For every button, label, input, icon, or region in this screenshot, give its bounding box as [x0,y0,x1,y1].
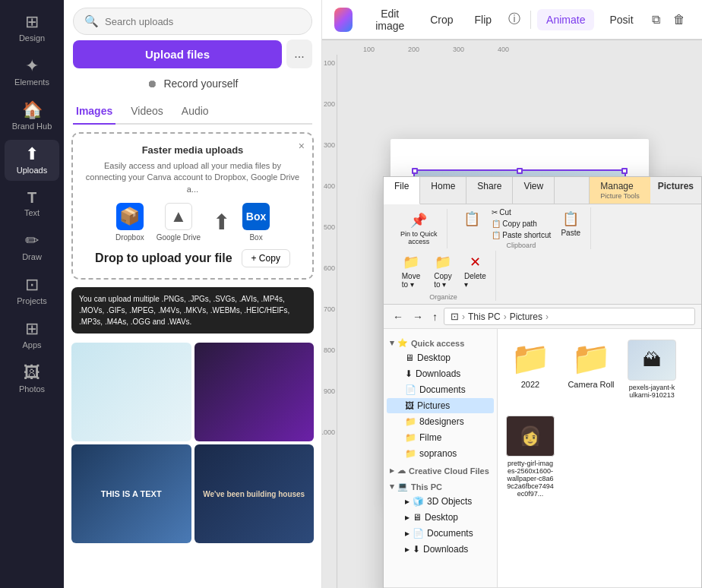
tree-pictures[interactable]: 🖼 Pictures [387,398,494,413]
fe-ribbon-pin-row: 📌 Pin to Quickaccess [396,209,442,248]
delete-ribbon-btn[interactable]: ✕ Delete▾ [460,251,491,292]
position-button[interactable]: Posit [600,9,642,30]
banner-description: Easily access and upload all your media … [84,160,302,195]
paste-shortcut-btn[interactable]: 📋 Paste shortcut [489,230,555,240]
fe-tab-manage[interactable]: Manage Picture Tools [589,177,650,204]
canvas-area: Edit image Crop Flip ⓘ Animate Posit ⧉ 🗑… [322,0,702,588]
fe-body: ▾ ⭐ Quick access 🖥 Desktop ⬇ Do [384,329,701,587]
copy-ribbon-btn[interactable]: 📋 Home [457,207,487,240]
sidebar-item-label: Brand Hub [12,122,52,131]
3dobjects-icon: 🧊 [413,496,424,507]
pin-quick-access-btn[interactable]: 📌 Pin to Quickaccess [396,209,442,248]
copy-to-label: Copyto ▾ [434,272,451,289]
tab-images[interactable]: Images [73,99,115,125]
fe-tab-home[interactable]: Home [420,177,466,204]
file-pexels[interactable]: 🏔 pexels-jayant-kulkarni-910213 [625,335,678,403]
sidebar-item-photos[interactable]: 🖼 Photos [5,359,59,400]
dropbox-service[interactable]: 📦 Dropbox [115,203,144,242]
animate-button[interactable]: Animate [537,9,594,30]
sidebar-item-label: Draw [22,252,42,261]
path-segment-1: ⊡ [451,311,459,322]
tree-desktop[interactable]: 🖥 Desktop [387,350,494,365]
handle-tr[interactable] [621,168,628,174]
fe-tab-view[interactable]: View [513,177,555,204]
tree-documents[interactable]: 📄 Documents [387,382,494,397]
close-banner-button[interactable]: × [299,140,305,152]
sidebar-item-draw[interactable]: ✏ Draw [5,226,59,267]
record-yourself-btn[interactable]: ⏺ Record yourself [73,74,312,93]
cut-btn[interactable]: ✂ Cut [489,207,555,217]
pc-label: This PC [411,482,442,492]
documents-icon: 📄 [405,384,416,395]
sidebar-item-design[interactable]: ⊞ Design [5,8,59,49]
sidebar-item-elements[interactable]: ✦ Elements [5,52,59,93]
downloads2-icon: ⬇ [413,544,420,555]
design-icon: ⊞ [25,14,39,30]
sidebar-item-label: Projects [17,296,47,305]
fe-tab-share[interactable]: Share [466,177,513,204]
canvas-background[interactable]: 🏔 ‹ File Home [337,55,702,588]
fe-ribbon-group-organize: 📁 Moveto ▾ 📁 Copyto ▾ ✕ Delete▾ [391,251,496,301]
copy-path-btn[interactable]: 📋 Copy path [489,219,555,229]
tab-audio[interactable]: Audio [179,99,212,125]
thumbnail-2[interactable] [194,343,315,441]
edit-image-button[interactable]: Edit image [362,3,418,36]
move-to-btn[interactable]: 📁 Moveto ▾ [396,251,426,292]
file-portrait[interactable]: 👩 pretty-girl-images-2560x1600-wallpaper… [504,411,557,502]
thumbnail-3[interactable]: THIS IS A TEXT [71,444,191,543]
thumbnail-4[interactable]: We've been building houses [194,444,315,543]
forward-btn[interactable]: → [410,309,426,324]
tree-documents2[interactable]: ▸ 📄 Documents [387,526,494,541]
info-button[interactable]: ⓘ [504,6,524,33]
tree-desktop2[interactable]: ▸ 🖥 Desktop [387,510,494,525]
gdrive-service[interactable]: ▲ Google Drive [157,203,201,242]
quick-access-section[interactable]: ▾ ⭐ Quick access [384,337,497,349]
tab-videos[interactable]: Videos [128,99,166,125]
fe-tab-file[interactable]: File [384,177,420,204]
folder-2022[interactable]: 📁 2022 [504,335,557,403]
search-bar[interactable]: 🔍 [73,8,312,35]
projects-icon: ⊡ [25,277,39,293]
copy-button[interactable]: + Copy [242,249,290,267]
upload-files-button[interactable]: Upload files [73,40,282,68]
sidebar-item-text[interactable]: T Text [5,184,59,223]
flip-button[interactable]: Flip [466,9,501,30]
handle-tm[interactable] [517,168,523,174]
crop-button[interactable]: Crop [421,9,462,30]
tree-sopranos[interactable]: 📁 sopranos [387,446,494,461]
sidebar-item-apps[interactable]: ⊞ Apps [5,315,59,356]
cloud-files-section[interactable]: ▸ ☁ Creative Cloud Files [384,464,497,477]
box-service[interactable]: Box Box [242,203,270,242]
3dobjects-expand: ▸ [405,496,410,507]
file-portrait-thumb: 👩 [506,416,555,457]
copy-toolbar-button[interactable]: ⧉ [646,6,666,33]
tree-filme[interactable]: 📁 Filme [387,430,494,445]
tree-8designers[interactable]: 📁 8designers [387,414,494,429]
delete-button[interactable]: 🗑 [669,6,690,33]
file-explorer: File Home Share View Manage Picture Tool… [383,176,702,588]
thumbnail-1[interactable] [71,343,191,441]
tree-downloads2[interactable]: ▸ ⬇ Downloads [387,542,494,557]
this-pc-section[interactable]: ▾ 💻 This PC [384,480,497,493]
cloud-label: Creative Cloud Files [409,466,489,476]
sidebar-item-uploads[interactable]: ⬆ Uploads [5,140,59,181]
folder-camera-roll[interactable]: 📁 Camera Roll [564,335,618,403]
tree-3dobjects[interactable]: ▸ 🧊 3D Objects [387,494,494,509]
up-btn[interactable]: ↑ [429,309,441,324]
paste-label: Paste [561,229,580,237]
quick-access-expand: ▾ [390,338,394,348]
search-input[interactable] [105,16,301,27]
path-pictures: Pictures [510,311,542,322]
paste-btn[interactable]: 📋 Paste [555,207,586,240]
sidebar-item-projects[interactable]: ⊡ Projects [5,270,59,311]
draw-icon: ✏ [25,232,39,249]
more-options-button[interactable]: ... [286,40,312,68]
dropbox-logo: 📦 [116,203,144,230]
fe-ribbon-content: 📌 Pin to Quickaccess 📋 Home [384,204,701,304]
sidebar-item-brand-hub[interactable]: 🏠 Brand Hub [5,96,59,137]
fe-path-bar[interactable]: ⊡ › This PC › Pictures › [444,308,695,325]
tree-downloads[interactable]: ⬇ Downloads [387,366,494,381]
handle-tl[interactable] [412,168,418,174]
copy-to-btn[interactable]: 📁 Copyto ▾ [428,251,458,292]
back-btn[interactable]: ← [390,309,406,324]
